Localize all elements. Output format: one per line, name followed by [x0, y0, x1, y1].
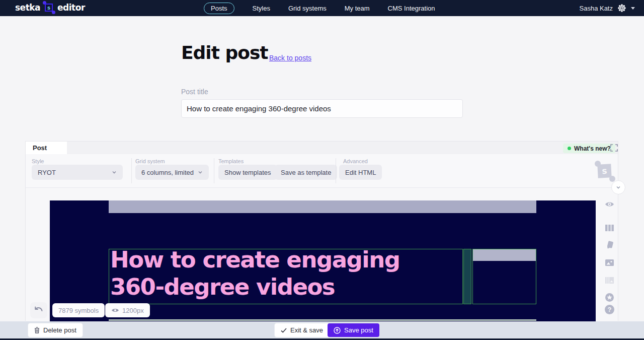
nav-item-posts[interactable]: Posts	[204, 3, 234, 14]
save-post-button[interactable]: Save post	[328, 323, 379, 337]
eye-icon	[111, 307, 119, 313]
logo-text-editor: editor	[57, 3, 85, 13]
delete-post-label: Delete post	[43, 326, 76, 334]
check-icon	[281, 328, 287, 333]
nav-item-grid-systems[interactable]: Grid systems	[288, 5, 327, 12]
logo-text-setka: setka	[15, 3, 40, 13]
style-section-label: Style	[32, 158, 44, 164]
post-title-input[interactable]	[181, 99, 463, 118]
chevron-down-icon[interactable]	[631, 7, 635, 10]
post-title-label: Post title	[181, 88, 208, 96]
columns-grid-icon[interactable]	[605, 223, 614, 233]
main-nav: Posts Styles Grid systems My team CMS In…	[204, 0, 435, 16]
user-menu[interactable]: Sasha Katz	[580, 0, 635, 16]
setka-watermark-logo: s	[595, 162, 613, 180]
delete-post-button[interactable]: Delete post	[28, 323, 83, 337]
preview-width-badge[interactable]: 1200px	[105, 303, 150, 317]
styles-swatches-icon[interactable]	[605, 240, 614, 250]
nav-item-cms-integration[interactable]: CMS Integration	[388, 5, 435, 12]
canvas-heading-line2: 360-degree videos	[110, 274, 399, 301]
canvas-selected-heading-block[interactable]: How to create engaging 360-degree videos	[109, 249, 463, 304]
panel-tab-strip: Post	[26, 142, 618, 154]
user-name: Sasha Katz	[580, 5, 613, 12]
editor-toolbar: Style RYOT Grid system 6 columns, limite…	[26, 154, 618, 188]
chevron-down-icon	[112, 170, 117, 175]
exit-save-button[interactable]: Exit & save	[275, 323, 329, 337]
templates-section-label: Templates	[218, 158, 244, 164]
advanced-section-label: Advanced	[343, 158, 368, 164]
undo-button[interactable]	[30, 302, 47, 318]
nav-item-my-team[interactable]: My team	[345, 5, 370, 12]
green-dot-icon	[568, 147, 571, 150]
show-templates-button[interactable]: Show templates	[218, 165, 277, 180]
symbols-count-badge: 7879 symbols	[52, 303, 105, 317]
image-icon[interactable]	[605, 258, 614, 267]
canvas-side-placeholder[interactable]	[473, 249, 536, 261]
save-post-label: Save post	[344, 326, 373, 334]
canvas-column-gutter[interactable]	[463, 249, 471, 304]
undo-icon	[34, 306, 44, 314]
toolbar-divider	[214, 158, 214, 183]
canvas-heading-line1: How to create engaging	[110, 246, 399, 274]
toolbar-divider	[336, 158, 336, 183]
grid-section-label: Grid system	[135, 158, 165, 164]
style-select-value: RYOT	[38, 169, 56, 176]
bottom-action-bar: Delete post Exit & save Save post	[0, 321, 644, 338]
grid-system-select[interactable]: 6 columns, limited	[135, 165, 209, 180]
trash-icon	[34, 327, 40, 333]
nav-item-styles[interactable]: Styles	[253, 5, 270, 12]
save-as-template-button[interactable]: Save as template	[275, 165, 337, 180]
chevron-down-icon	[615, 184, 621, 190]
help-icon[interactable]: ?	[605, 305, 614, 314]
page-title: Edit post	[181, 42, 268, 63]
setka-editor-logo[interactable]: setka s editor	[15, 3, 85, 13]
collapse-toolbar-button[interactable]	[611, 180, 625, 194]
canvas-image-placeholder[interactable]	[109, 200, 536, 213]
canvas-next-block-edge	[109, 319, 536, 321]
gear-icon[interactable]	[617, 4, 626, 13]
whats-new-label: What's new?	[574, 145, 611, 152]
style-select[interactable]: RYOT	[32, 165, 123, 180]
setka-s-icon: s	[44, 3, 54, 13]
upload-icon	[334, 327, 341, 334]
chevron-down-icon	[198, 170, 203, 175]
canvas-heading-text[interactable]: How to create engaging 360-degree videos	[110, 246, 399, 301]
grid-system-select-value: 6 columns, limited	[141, 169, 194, 176]
canvas-side-column-block[interactable]	[472, 249, 536, 304]
back-to-posts-link[interactable]: Back to posts	[269, 54, 311, 62]
editor-panel: Post What's new? Style RYOT Grid system …	[25, 141, 618, 321]
fullscreen-icon[interactable]	[610, 144, 618, 152]
preview-width-value: 1200px	[122, 307, 144, 314]
layout-image-icon[interactable]	[605, 276, 614, 285]
whats-new-button[interactable]: What's new?	[563, 144, 615, 153]
edit-html-button[interactable]: Edit HTML	[339, 165, 382, 180]
exit-save-label: Exit & save	[290, 326, 323, 334]
toolbar-divider	[131, 158, 132, 183]
top-nav-bar: setka s editor Posts Styles Grid systems…	[0, 0, 644, 16]
preview-eye-icon[interactable]	[605, 199, 614, 209]
tab-post[interactable]: Post	[26, 142, 67, 154]
star-circle-icon[interactable]	[605, 293, 614, 302]
symbols-count: 7879 symbols	[58, 307, 99, 314]
